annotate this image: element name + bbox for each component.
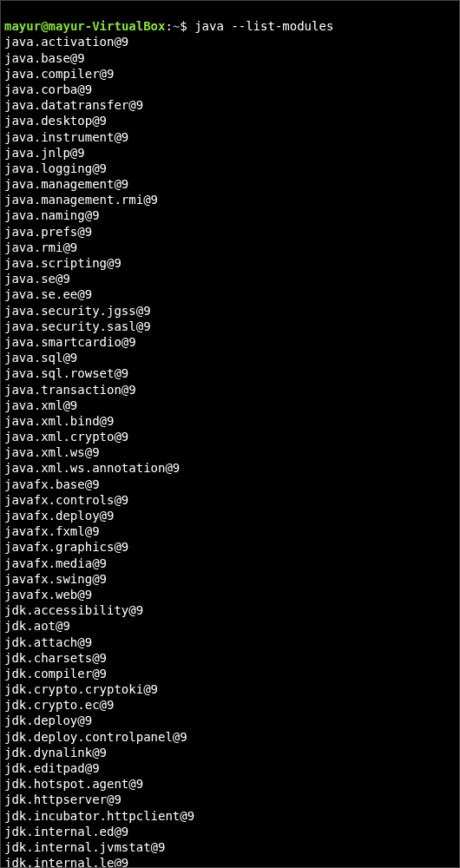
module-line: jdk.internal.ed@9	[4, 824, 456, 839]
module-line: javafx.swing@9	[4, 571, 456, 587]
module-line: jdk.editpad@9	[4, 760, 456, 776]
module-line: java.naming@9	[4, 207, 456, 223]
module-line: java.management@9	[4, 176, 456, 192]
module-line: java.instrument@9	[4, 129, 456, 145]
module-line: java.management.rmi@9	[4, 192, 456, 207]
prompt-at: @	[41, 19, 48, 33]
module-line: java.xml.ws.annotation@9	[4, 460, 456, 476]
prompt-colon: :	[165, 19, 172, 33]
module-line: java.xml.ws@9	[4, 444, 456, 460]
module-line: java.xml.bind@9	[4, 413, 456, 429]
module-line: java.transaction@9	[4, 382, 456, 398]
prompt-dollar: $	[180, 19, 194, 33]
module-line: jdk.incubator.httpclient@9	[4, 808, 456, 824]
module-line: javafx.base@9	[4, 477, 456, 492]
module-line: java.security.sasl@9	[4, 319, 456, 334]
module-line: java.corba@9	[4, 82, 456, 97]
module-line: java.sql@9	[4, 350, 456, 365]
module-line: javafx.deploy@9	[4, 508, 456, 523]
terminal-window[interactable]: mayur@mayur-VirtualBox:~$ java --list-mo…	[4, 3, 456, 868]
module-line: javafx.web@9	[4, 587, 456, 602]
module-line: javafx.controls@9	[4, 492, 456, 508]
module-line: java.scripting@9	[4, 255, 456, 271]
module-line: jdk.deploy.controlpanel@9	[4, 729, 456, 745]
module-line: javafx.fxml@9	[4, 523, 456, 539]
prompt-user: mayur	[4, 19, 41, 33]
module-line: jdk.aot@9	[4, 618, 456, 634]
module-line: java.logging@9	[4, 161, 456, 176]
module-line: java.base@9	[4, 50, 456, 66]
module-line: java.sql.rowset@9	[4, 365, 456, 381]
module-line: java.security.jgss@9	[4, 303, 456, 319]
module-line: java.prefs@9	[4, 224, 456, 240]
module-line: jdk.hotspot.agent@9	[4, 776, 456, 792]
module-line: java.datatransfer@9	[4, 97, 456, 113]
module-line: jdk.deploy@9	[4, 713, 456, 728]
prompt-line: mayur@mayur-VirtualBox:~$ java --list-mo…	[4, 19, 333, 33]
module-line: java.desktop@9	[4, 113, 456, 128]
module-line: java.se@9	[4, 271, 456, 286]
output-list: java.activation@9java.base@9java.compile…	[4, 34, 456, 868]
module-line: javafx.media@9	[4, 556, 456, 571]
module-line: jdk.crypto.cryptoki@9	[4, 681, 456, 697]
module-line: java.se.ee@9	[4, 286, 456, 302]
module-line: java.xml@9	[4, 398, 456, 413]
module-line: java.jnlp@9	[4, 145, 456, 161]
module-line: java.xml.crypto@9	[4, 429, 456, 444]
module-line: javafx.graphics@9	[4, 539, 456, 555]
module-line: jdk.httpserver@9	[4, 792, 456, 807]
module-line: jdk.dynalink@9	[4, 745, 456, 760]
module-line: java.smartcardio@9	[4, 334, 456, 350]
module-line: java.activation@9	[4, 34, 456, 49]
module-line: jdk.compiler@9	[4, 666, 456, 681]
module-line: jdk.charsets@9	[4, 650, 456, 666]
module-line: jdk.accessibility@9	[4, 602, 456, 618]
module-line: java.compiler@9	[4, 66, 456, 82]
module-line: jdk.attach@9	[4, 635, 456, 650]
module-line: jdk.crypto.ec@9	[4, 697, 456, 713]
command-text: java --list-modules	[194, 19, 333, 33]
module-line: jdk.internal.le@9	[4, 855, 456, 868]
module-line: java.rmi@9	[4, 240, 456, 255]
prompt-host: mayur-VirtualBox	[49, 19, 166, 33]
module-line: jdk.internal.jvmstat@9	[4, 839, 456, 855]
